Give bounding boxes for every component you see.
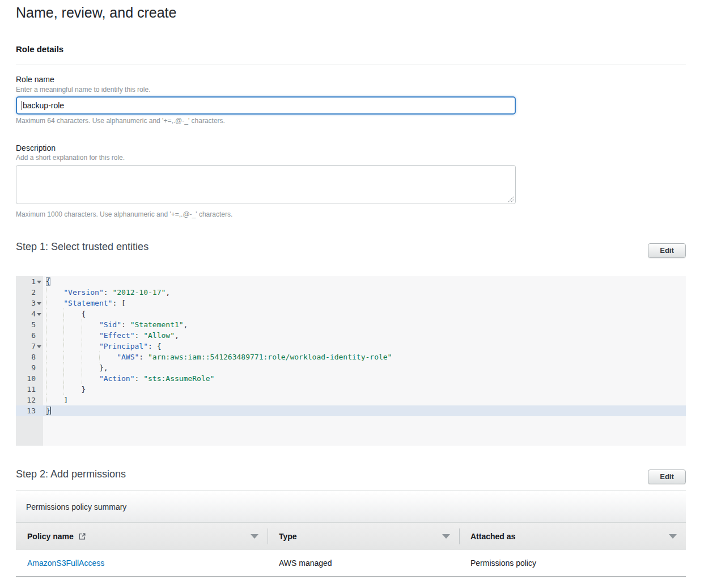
line-number: 3 [16,298,43,308]
text-cursor [22,101,22,110]
filter-dropdown-icon[interactable] [669,534,677,539]
code-line[interactable]: 4{ [16,308,686,319]
code-line[interactable]: 12] [16,395,686,405]
line-number: 2 [16,287,43,298]
code-line[interactable]: 3"Statement": [ [16,298,686,308]
resize-handle-icon[interactable] [508,196,514,202]
line-number: 1 [16,276,43,287]
edit-trusted-entities-button[interactable]: Edit [648,243,686,258]
fold-arrow-icon[interactable] [37,345,41,348]
role-name-value: backup-role [23,101,64,110]
code-line[interactable]: 7"Principal": { [16,341,686,352]
policy-name-link[interactable]: AmazonS3FullAccess [27,559,104,568]
step2-heading: Step 2: Add permissions [16,468,126,480]
description-label: Description [16,143,56,153]
column-divider [268,528,268,544]
code-line[interactable]: 2"Version": "2012-10-17", [16,287,686,298]
column-divider [459,528,460,544]
line-number: 8 [16,352,43,362]
table-header-row: Policy name Type Attached as [16,523,686,550]
line-number: 12 [16,395,43,405]
table-row: AmazonS3FullAccess AWS managed Permissio… [16,550,686,577]
role-name-input[interactable]: backup-role [16,96,516,115]
column-header-policy-name: Policy name [16,523,268,550]
column-header-type: Type [268,523,459,550]
permissions-panel-title: Permissions policy summary [16,491,686,523]
page-title: Name, review, and create [16,5,176,21]
code-line[interactable]: 11} [16,384,686,395]
line-number: 4 [16,308,43,319]
code-line[interactable]: 10"Action": "sts:AssumeRole" [16,373,686,384]
policy-editor[interactable]: 1{2"Version": "2012-10-17",3"Statement":… [16,276,686,446]
column-header-attached-as: Attached as [459,523,686,550]
fold-arrow-icon[interactable] [37,302,41,305]
permissions-summary-panel: Permissions policy summary Policy name T… [16,491,686,577]
code-line[interactable]: 6"Effect": "Allow", [16,330,686,341]
policy-type-cell: AWS managed [268,550,459,576]
external-link-icon [78,532,86,540]
line-number: 7 [16,341,43,352]
description-constraint: Maximum 1000 characters. Use alphanumeri… [16,210,232,218]
description-help: Add a short explanation for this role. [16,154,125,162]
filter-dropdown-icon[interactable] [442,534,450,539]
role-name-help: Enter a meaningful name to identify this… [16,86,150,94]
line-number: 6 [16,330,43,341]
step1-heading: Step 1: Select trusted entities [16,241,149,253]
code-line[interactable]: 5"Sid": "Statement1", [16,319,686,330]
section-divider [16,65,686,65]
section-divider [16,490,686,490]
code-line[interactable]: 13} [16,405,686,416]
attached-as-cell: Permissions policy [459,550,686,576]
filter-dropdown-icon[interactable] [251,534,258,539]
description-textarea[interactable] [16,165,516,204]
fold-arrow-icon[interactable] [37,281,41,284]
role-details-heading: Role details [16,44,63,54]
text-cursor [50,407,52,414]
page: Name, review, and create Role details Ro… [0,0,704,588]
line-number: 9 [16,362,43,373]
line-number: 13 [16,405,43,416]
line-number: 11 [16,384,43,395]
fold-arrow-icon[interactable] [37,313,41,316]
code-line[interactable]: 1{ [16,276,686,287]
line-number: 10 [16,373,43,384]
code-line[interactable]: 8"AWS": "arn:aws:iam::541263489771:role/… [16,352,686,362]
code-line[interactable]: 9}, [16,362,686,373]
edit-permissions-button[interactable]: Edit [648,469,686,484]
role-name-label: Role name [16,75,54,84]
line-number: 5 [16,319,43,330]
role-name-constraint: Maximum 64 characters. Use alphanumeric … [16,117,225,125]
